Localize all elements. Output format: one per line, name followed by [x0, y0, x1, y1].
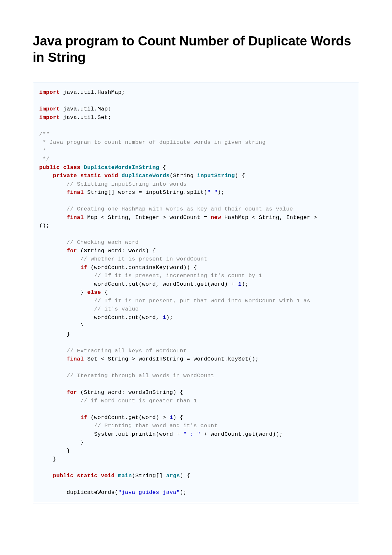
- code-text: (wordCount.containsKey(word)) {: [87, 264, 197, 271]
- code-text: ) {: [180, 473, 190, 479]
- code-text: Map < String, Integer > wordCount =: [84, 214, 211, 221]
- code-text: }: [67, 331, 70, 337]
- keyword: for: [67, 248, 77, 254]
- method: main: [118, 473, 132, 479]
- comment: // whether it is present in wordCount: [80, 256, 207, 262]
- comment: * Java program to count number of duplic…: [39, 139, 266, 145]
- number: 1: [238, 281, 242, 287]
- keyword: else: [87, 289, 101, 295]
- keyword: import: [39, 114, 60, 121]
- page-title: Java program to Count Number of Duplicat…: [33, 33, 359, 65]
- code-text: );: [218, 189, 224, 195]
- code-text: );: [242, 281, 249, 287]
- comment: /**: [39, 131, 50, 137]
- keyword: final: [67, 356, 84, 362]
- code-text: String[] words = inputString.split(: [84, 189, 207, 195]
- code-text: }: [67, 448, 70, 454]
- code-text: wordCount.put(word, wordCount.get(word) …: [94, 281, 238, 287]
- number: 1: [163, 314, 166, 321]
- code-text: }: [80, 323, 84, 329]
- keyword: import: [39, 106, 60, 112]
- keyword: if: [80, 264, 87, 271]
- keyword: public: [39, 164, 60, 171]
- code-text: (String[]: [132, 473, 166, 479]
- comment: // Splitting inputString into words: [67, 181, 187, 187]
- keyword: final: [67, 214, 84, 221]
- comment: // if word count is greater than 1: [80, 398, 197, 404]
- code-text: {: [101, 289, 108, 295]
- comment: // If it is not present, put that word i…: [94, 298, 310, 304]
- code-text: }: [53, 456, 57, 462]
- comment: // If it is present, incrementing it's c…: [94, 273, 262, 279]
- code-text: }: [80, 289, 87, 295]
- code-text: }: [80, 439, 84, 446]
- comment: // Printing that word and it's count: [94, 423, 218, 429]
- comment: // Creating one HashMap with words as ke…: [67, 206, 293, 212]
- comment: *: [39, 148, 46, 154]
- comment: // it's value: [94, 306, 139, 312]
- string: "java guides java": [118, 489, 180, 496]
- code-text: (String: [170, 173, 197, 179]
- comment: // Checking each word: [67, 239, 139, 245]
- number: 1: [170, 414, 173, 421]
- keyword: class: [63, 164, 81, 171]
- keyword: private: [53, 173, 77, 179]
- code-text: java.util.HashMap;: [60, 89, 125, 95]
- keyword: public: [53, 473, 74, 479]
- code-text: );: [166, 314, 173, 321]
- keyword: static: [80, 173, 101, 179]
- keyword: new: [211, 214, 221, 221]
- keyword: final: [67, 189, 84, 195]
- code-text: java.util.Map;: [60, 106, 111, 112]
- code-text: (String word: words) {: [77, 248, 156, 254]
- comment: // Extracting all keys of wordCount: [67, 348, 187, 354]
- code-text: ) {: [235, 173, 245, 179]
- code-text: (wordCount.get(word) >: [87, 414, 170, 421]
- code-block: import java.util.HashMap; import java.ut…: [33, 82, 359, 503]
- code-text: );: [180, 489, 187, 496]
- code-text: wordCount.put(word,: [94, 314, 163, 321]
- code-text: HashMap < String, Integer >: [221, 214, 317, 221]
- string: " ": [207, 189, 218, 195]
- code-text: ) {: [173, 414, 184, 421]
- code-text: java.util.Set;: [60, 114, 111, 121]
- method: duplicateWords: [122, 173, 170, 179]
- code-text: System.out.println(word +: [94, 431, 183, 437]
- code-text: + wordCount.get(word));: [201, 431, 283, 437]
- string: " : ": [183, 431, 201, 437]
- code-text: (String word: wordsInString) {: [77, 389, 184, 395]
- keyword: void: [101, 473, 115, 479]
- argument: args: [166, 473, 180, 479]
- code-text: {: [159, 164, 166, 171]
- keyword: void: [105, 173, 118, 179]
- code-text: Set < String > wordsInString = wordCount…: [84, 356, 259, 362]
- keyword: if: [80, 414, 87, 421]
- comment: // Iterating through all words in wordCo…: [67, 373, 214, 379]
- keyword: static: [77, 473, 98, 479]
- argument: inputString: [197, 173, 235, 179]
- comment: */: [39, 156, 50, 162]
- keyword: for: [67, 389, 77, 395]
- keyword: import: [39, 89, 60, 95]
- code-text: duplicateWords(: [67, 489, 118, 496]
- code-text: ();: [39, 223, 50, 229]
- classname: DuplicateWordsInString: [84, 164, 159, 171]
